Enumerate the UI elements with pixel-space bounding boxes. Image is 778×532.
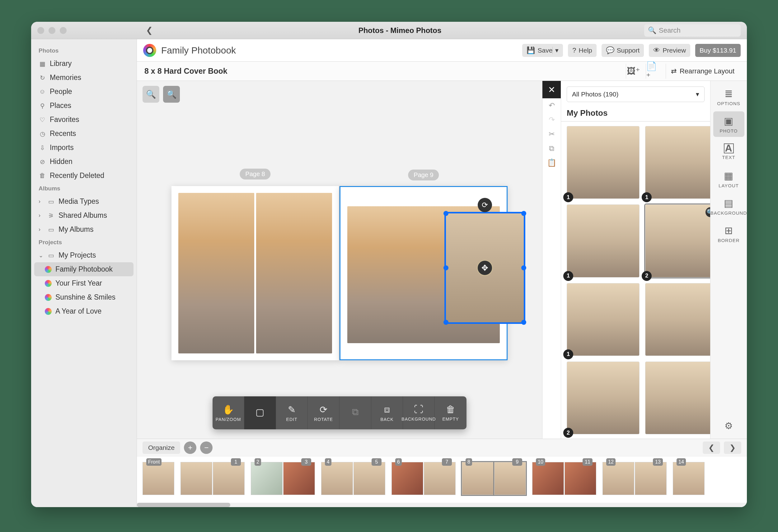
filmstrip-page[interactable]: 1 <box>180 462 245 502</box>
sidebar-favorites[interactable]: ♡Favorites <box>34 113 134 126</box>
page-filmstrip[interactable]: Front 1 23 45 67 89 1011 1213 14 <box>137 456 747 503</box>
maximize-window[interactable] <box>60 27 67 34</box>
minimize-window[interactable] <box>49 27 55 34</box>
photo-thumb[interactable]: 1 <box>567 126 639 199</box>
paste-button[interactable]: 📋 <box>542 156 561 170</box>
close-window[interactable] <box>37 27 44 34</box>
photo-slot[interactable] <box>256 193 332 353</box>
sidebar-places[interactable]: ⚲Places <box>34 99 134 113</box>
photo-thumb-selected[interactable]: 🔍2 <box>645 204 710 277</box>
preview-button[interactable]: 👁Preview <box>649 44 690 57</box>
background-tab[interactable]: ▤BACKGROUND <box>713 193 745 219</box>
zoom-out-button[interactable]: 🔍 <box>143 86 159 103</box>
close-panel-button[interactable]: ✕ <box>542 81 561 98</box>
filmstrip-page[interactable]: 67 <box>391 462 456 502</box>
sidebar-memories[interactable]: ↻Memories <box>34 71 134 85</box>
sidebar-project-family[interactable]: Family Photobook <box>34 262 134 276</box>
add-page-button[interactable]: + <box>184 441 197 454</box>
zoom-icon[interactable]: 🔍 <box>705 207 710 217</box>
ctx-edit[interactable]: ✎EDIT <box>276 396 308 429</box>
layer-icon: ⧉ <box>352 407 359 418</box>
photo-tab[interactable]: ▣PHOTO <box>713 111 745 137</box>
settings-button[interactable]: ⚙ <box>724 420 733 431</box>
book-page-right[interactable]: Page 9 ⟳ ✥ <box>339 186 508 360</box>
page-badge: 11 <box>582 458 593 466</box>
prev-page-button[interactable]: ❮ <box>703 441 720 454</box>
selected-photo[interactable]: ⟳ ✥ <box>444 212 525 324</box>
resize-handle[interactable] <box>444 211 449 216</box>
filmstrip-page[interactable]: 1213 <box>603 462 667 502</box>
page-badge: 14 <box>677 458 686 466</box>
photo-thumb[interactable]: 1 <box>567 204 639 277</box>
sidebar-media-types[interactable]: ›▭Media Types <box>34 194 134 208</box>
filmstrip-page[interactable]: Front <box>143 462 174 502</box>
photo-thumb[interactable]: 1 <box>567 283 639 356</box>
filmstrip-page[interactable]: 23 <box>251 462 315 502</box>
sidebar-library[interactable]: ▦Library <box>34 57 134 71</box>
ctx-background[interactable]: ⛶BACKGROUND <box>403 396 435 429</box>
save-button[interactable]: 💾Save▾ <box>522 44 563 57</box>
photo-slot[interactable] <box>178 193 254 353</box>
next-page-button[interactable]: ❯ <box>724 441 741 454</box>
move-handle[interactable]: ✥ <box>477 260 493 276</box>
resize-handle[interactable] <box>521 320 526 325</box>
copy-button[interactable]: ⧉ <box>542 141 561 156</box>
photo-thumb[interactable] <box>645 283 710 356</box>
ctx-rotate[interactable]: ⟳ROTATE <box>308 396 339 429</box>
sidebar-hidden[interactable]: ⊘Hidden <box>34 155 134 169</box>
help-button[interactable]: ?Help <box>568 44 596 57</box>
sidebar-people[interactable]: ☺People <box>34 85 134 99</box>
filmstrip-page-active[interactable]: 89 <box>462 462 526 502</box>
resize-handle[interactable] <box>521 211 526 216</box>
scrollbar-thumb[interactable] <box>137 503 230 507</box>
window-title: Photos - Mimeo Photos <box>156 26 644 35</box>
horizontal-scrollbar[interactable] <box>137 503 747 507</box>
layout-tab[interactable]: ▦LAYOUT <box>713 166 745 192</box>
filmstrip-page[interactable]: 45 <box>321 462 385 502</box>
photo-thumb[interactable]: 1 <box>645 126 710 199</box>
filmstrip-page[interactable]: 14 <box>673 462 705 502</box>
photo-thumb[interactable]: 2 <box>567 361 639 434</box>
undo-button[interactable]: ↶ <box>542 98 561 113</box>
add-page-button[interactable]: 📄⁺ <box>646 64 661 79</box>
border-tab[interactable]: ⊞BORDER <box>713 221 745 246</box>
canvas-stage[interactable]: Page 8 Page 9 ⟳ ✥ <box>137 108 542 439</box>
organize-button[interactable]: Organize <box>143 441 180 454</box>
cut-button[interactable]: ✂ <box>542 127 561 141</box>
resize-handle[interactable] <box>521 265 526 270</box>
sidebar-imports[interactable]: ⇩Imports <box>34 141 134 155</box>
ctx-empty[interactable]: 🗑EMPTY <box>435 396 466 429</box>
resize-handle[interactable] <box>444 320 449 325</box>
buy-button[interactable]: Buy $113.91 <box>695 44 741 57</box>
rearrange-layout-button[interactable]: ⇄Rearrange Layout <box>666 64 740 79</box>
options-tab[interactable]: ≣OPTIONS <box>713 84 745 109</box>
remove-page-button[interactable]: − <box>200 441 213 454</box>
sidebar-project-firstyear[interactable]: Your First Year <box>34 276 134 290</box>
support-button[interactable]: 💬Support <box>602 44 644 57</box>
sidebar-recents[interactable]: ◷Recents <box>34 126 134 141</box>
redo-button[interactable]: ↷ <box>542 113 561 127</box>
save-dropdown[interactable]: ▾ <box>552 47 559 54</box>
trash-icon: 🗑 <box>446 404 456 415</box>
sidebar-project-yearoflove[interactable]: A Year of Love <box>34 304 134 318</box>
ctx-panzoom[interactable]: ✋PAN/ZOOM <box>213 396 244 429</box>
zoom-in-button[interactable]: 🔍 <box>163 86 180 103</box>
resize-handle[interactable] <box>444 265 449 270</box>
back-button[interactable]: ❮ <box>143 24 156 37</box>
sidebar-project-sunshine[interactable]: Sunshine & Smiles <box>34 290 134 304</box>
add-photo-button[interactable]: 🖼⁺ <box>626 64 641 79</box>
book-page-left[interactable]: Page 8 <box>171 186 339 360</box>
sidebar-deleted[interactable]: 🗑Recently Deleted <box>34 169 134 183</box>
filmstrip-page[interactable]: 1011 <box>532 462 596 502</box>
search-input[interactable]: 🔍 Search <box>644 24 741 37</box>
app-logo-icon <box>143 44 156 57</box>
sidebar-my-projects[interactable]: ⌄▭My Projects <box>34 248 134 262</box>
sidebar-shared-albums[interactable]: ›⚞Shared Albums <box>34 208 134 223</box>
rotate-handle[interactable]: ⟳ <box>478 198 492 212</box>
sidebar-my-albums[interactable]: ›▭My Albums <box>34 223 134 237</box>
text-tab[interactable]: ATEXT <box>713 139 745 164</box>
photo-filter-dropdown[interactable]: All Photos (190)▾ <box>567 86 705 102</box>
photo-thumb[interactable] <box>645 361 710 434</box>
ctx-back[interactable]: ⧈BACK <box>371 396 403 429</box>
ctx-crop[interactable]: ▢ <box>244 396 276 429</box>
